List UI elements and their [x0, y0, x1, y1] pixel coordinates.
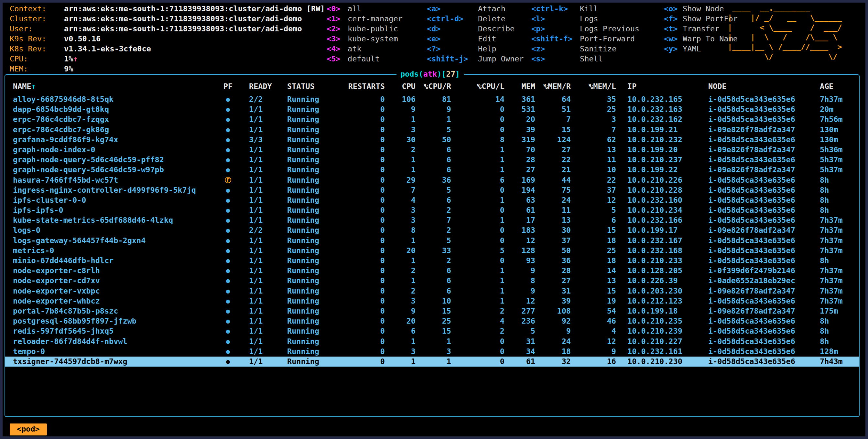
pod-mem: 12	[504, 236, 535, 246]
pod-mem-l: 14	[571, 266, 616, 276]
hotkey-label: Logs Previous	[580, 24, 639, 34]
port-forward-indicator-icon: ●	[217, 155, 239, 165]
pod-row[interactable]: redis-597fdf5645-jhxq5 ● 1/1 Running 0 6…	[5, 326, 859, 336]
pod-restarts: 0	[333, 276, 385, 286]
pod-mem-r: 92	[535, 316, 571, 326]
command-hotkey-item[interactable]: <ctrl-k> Kill	[531, 4, 639, 14]
pod-node: i-0d58d5ca343e635e6	[705, 104, 816, 115]
pod-cpu: 1	[385, 276, 415, 286]
command-hotkey-item[interactable]: <f> Show PortFor	[664, 14, 738, 24]
pod-row[interactable]: logs-gateway-564457f44b-2gxn4 ● 1/1 Runn…	[5, 236, 859, 246]
column-header-mem-r: %MEM/R	[535, 82, 571, 92]
pod-row[interactable]: ipfs-cluster-0-0 ● 1/1 Running 0 4 6 1 6…	[5, 195, 859, 205]
pod-row[interactable]: alloy-66875946d8-8t5qk ● 2/2 Running 0 1…	[5, 94, 859, 104]
pod-ip: 10.0.226.39	[616, 276, 705, 286]
namespace-hotkey-item[interactable]: <5> default	[327, 54, 403, 64]
pod-row[interactable]: reloader-86f7d84d4f-nbvwl ● 1/1 Running …	[5, 337, 859, 347]
command-hotkey-item[interactable]: <e> Edit	[427, 34, 524, 44]
command-hotkey-item[interactable]: <a> Attach	[427, 4, 524, 14]
command-hotkey-item[interactable]: <?> Help	[427, 44, 524, 54]
namespace-hotkey-item[interactable]: <0> all	[327, 4, 403, 14]
pod-cpu-l: 0	[451, 205, 504, 215]
pod-mem: 20	[504, 115, 535, 124]
command-hotkey-item[interactable]: <d> Describe	[427, 24, 524, 34]
port-forward-indicator-icon: ●	[217, 246, 239, 256]
pod-cpu-r: 6	[415, 266, 451, 276]
hotkey-label: Kill	[580, 4, 598, 14]
command-hotkey-item[interactable]: <y> YAML	[664, 44, 738, 54]
command-hotkey-item[interactable]: <z> Sanitize	[531, 44, 639, 54]
pod-ip: 10.0.210.232	[616, 135, 705, 145]
pod-age: 8h	[816, 326, 857, 336]
pod-cpu-r: 6	[415, 286, 451, 296]
namespace-hotkey-item[interactable]: <3> kube-system	[327, 34, 403, 44]
port-forward-indicator-icon: ●	[217, 306, 239, 316]
pod-age: 7h56m	[816, 115, 857, 124]
pod-node: i-0d58d5ca343e635e6	[705, 94, 816, 104]
command-hotkey-item[interactable]: <l> Logs	[531, 14, 639, 24]
pod-row[interactable]: erpc-786c4cdbc7-fzqgx ● 1/1 Running 0 1 …	[5, 115, 859, 124]
pod-row[interactable]: graph-node-query-5d6c46dc59-pff82 ● 1/1 …	[5, 155, 859, 165]
pod-restarts: 0	[333, 125, 385, 135]
pod-cpu-r: 81	[415, 94, 451, 104]
command-hotkey-item[interactable]: <shift-f> Port-Forward	[531, 34, 639, 44]
pod-row[interactable]: dapp-6854bcb9dd-gt8kq ● 1/1 Running 0 9 …	[5, 104, 859, 115]
pod-ready: 1/1	[239, 326, 287, 336]
command-hotkey-item[interactable]: <p> Logs Previous	[531, 24, 639, 34]
pod-row[interactable]: tempo-0 ● 1/1 Running 0 3 3 0 34 18 9 10…	[5, 347, 859, 356]
pod-row[interactable]: grafana-9cddf86f9-kg74x ● 3/3 Running 0 …	[5, 135, 859, 145]
pod-ip: 10.0.199.22	[616, 165, 705, 175]
namespace-hotkey-item[interactable]: <1> cert-manager	[327, 14, 403, 24]
command-hotkey-item[interactable]: <o> Show Node	[664, 4, 738, 14]
pod-age: 8h	[816, 256, 857, 266]
pod-age: 8h	[816, 185, 857, 195]
pod-row[interactable]: ingress-nginx-controller-d499f96f9-5k7jq…	[5, 185, 859, 195]
info-label: Cluster:	[10, 14, 64, 24]
pod-name: erpc-786c4cdbc7-fzqgx	[13, 115, 217, 124]
pod-row[interactable]: kube-state-metrics-65df688d46-4lzkq ● 1/…	[5, 215, 859, 225]
pod-row[interactable]: logs-0 ● 2/2 Running 0 8 2 0 183 30 15 1…	[5, 225, 859, 236]
command-hotkey-item[interactable]: <t> Transfer	[664, 24, 738, 34]
pod-node: i-0d58d5ca343e635e6	[705, 337, 816, 347]
pod-row[interactable]: node-exporter-vxbpc ● 1/1 Running 0 2 6 …	[5, 286, 859, 296]
pod-row[interactable]: ipfs-ipfs-0 ● 1/1 Running 0 3 2 0 61 11 …	[5, 205, 859, 215]
metric-up-arrow-icon: ↑	[73, 54, 78, 64]
command-hotkey-item[interactable]: <shift-j> Jump Owner	[427, 54, 524, 64]
pod-cpu-r: 10	[415, 296, 451, 306]
pod-mem: 28	[504, 155, 535, 165]
pod-row[interactable]: graph-node-query-5d6c46dc59-w97pb ● 1/1 …	[5, 165, 859, 175]
namespace-hotkey-item[interactable]: <4> atk	[327, 44, 403, 54]
pod-status: Running	[287, 296, 333, 306]
pod-mem-r: 31	[535, 286, 571, 296]
port-forward-indicator-icon: ●	[217, 316, 239, 326]
command-hotkey-item[interactable]: <w> Warp To Name	[664, 34, 738, 44]
pod-row[interactable]: node-exporter-cd7xv ● 1/1 Running 0 1 6 …	[5, 276, 859, 286]
pod-cpu-r: 1	[415, 356, 451, 367]
pod-name: dapp-6854bcb9dd-gt8kq	[13, 104, 217, 115]
command-hotkey-item[interactable]: <s> Shell	[531, 54, 639, 64]
pod-restarts: 0	[333, 104, 385, 115]
pod-row[interactable]: portal-7b84c87b5b-p8szc ● 1/1 Running 0 …	[5, 306, 859, 316]
pod-ip: 10.0.232.163	[616, 104, 705, 115]
pod-ready: 1/1	[239, 145, 287, 155]
hotkey-key: <w>	[664, 34, 683, 44]
namespace-hotkey-item[interactable]: <2> kube-public	[327, 24, 403, 34]
pod-row[interactable]: metrics-0 ● 1/1 Running 0 20 33 5 128 50…	[5, 246, 859, 256]
pod-age: 7h37m	[816, 94, 857, 104]
pod-row[interactable]: minio-67dd446dfb-hdlcr ● 1/1 Running 0 1…	[5, 256, 859, 266]
port-forward-indicator-icon: ●	[217, 296, 239, 306]
hotkey-label: YAML	[683, 44, 701, 54]
pod-row[interactable]: node-exporter-c8rlh ● 1/1 Running 0 2 6 …	[5, 266, 859, 276]
pod-row[interactable]: node-exporter-whbcz ● 1/1 Running 0 3 10…	[5, 296, 859, 306]
hotkey-key: <l>	[531, 14, 580, 24]
pod-row[interactable]: postgresql-68bb95f897-jfzwb ● 1/1 Runnin…	[5, 316, 859, 326]
pod-row[interactable]: erpc-786c4cdbc7-gk86g ● 1/1 Running 0 3 …	[5, 125, 859, 135]
pod-restarts: 0	[333, 205, 385, 215]
pod-row[interactable]: txsigner-744597dcb8-m7wxg ● 1/1 Running …	[5, 356, 859, 367]
pod-row[interactable]: hasura-7466ff45bd-wc57t Ⓕ 1/1 Running 0 …	[5, 175, 859, 185]
pod-status: Running	[287, 145, 333, 155]
hotkey-label: Sanitize	[580, 44, 616, 54]
command-hotkey-item[interactable]: <ctrl-d> Delete	[427, 14, 524, 24]
pod-mem: 277	[504, 306, 535, 316]
pod-row[interactable]: graph-node-index-0 ● 1/1 Running 0 2 6 1…	[5, 145, 859, 155]
